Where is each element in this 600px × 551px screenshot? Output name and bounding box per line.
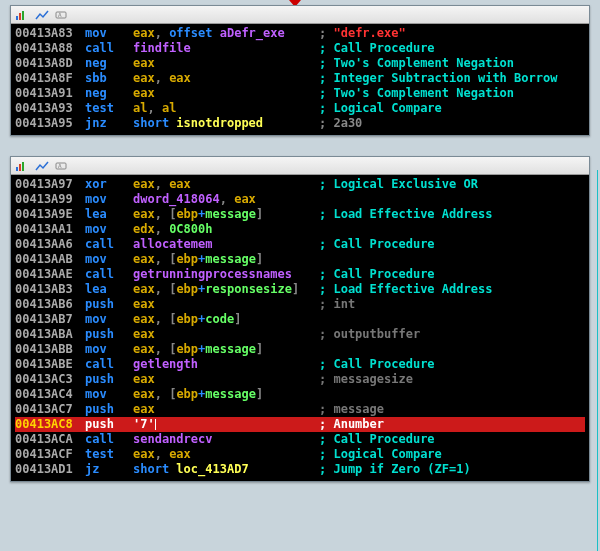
disasm-row[interactable]: 00413AC7pusheax; message [15,402,585,417]
token: ; [319,26,333,40]
disasm-row[interactable]: 00413AAEcallgetrunningprocessnames; Call… [15,267,585,282]
token: sendandrecv [133,432,212,446]
operands: getlength [133,357,319,372]
token: ; 2a30 [319,116,362,130]
comment [319,387,585,402]
disasm-row[interactable]: 00413ACFtesteax, eax; Logical Compare [15,447,585,462]
token: ebp [176,252,198,266]
disasm-row[interactable]: 00413ABEcallgetlength; Call Procedure [15,357,585,372]
operands: getrunningprocessnames [133,267,319,282]
comment: ; Two's Complement Negation [319,56,585,71]
comment: ; Logical Exclusive OR [319,177,585,192]
token: ; Call Procedure [319,41,435,55]
disasm-row[interactable]: 00413A88callfindfile; Call Procedure [15,41,585,56]
tag-icon[interactable]: A [55,160,69,172]
comment [319,342,585,357]
disasm-row[interactable]: 00413A8Dnegeax; Two's Complement Negatio… [15,56,585,71]
graph-icon[interactable] [35,160,49,172]
svg-rect-7 [22,162,24,171]
disasm-row[interactable]: 00413ABApusheax; outputbuffer [15,327,585,342]
comment: ; int [319,297,585,312]
disasm-row[interactable]: 00413ABBmoveax, [ebp+message] [15,342,585,357]
disasm-row[interactable]: 00413AABmoveax, [ebp+message] [15,252,585,267]
operands: dword_418064, eax [133,192,319,207]
token: eax [133,402,155,416]
disasm-row[interactable]: 00413A9Eleaeax, [ebp+message]; Load Effe… [15,207,585,222]
operands: '7' [133,417,319,432]
panel-titlebar[interactable]: A [11,157,589,175]
token: ; Load Effective Address [319,282,492,296]
token: ebp [176,282,198,296]
comment: ; Anumber [319,417,585,432]
token: , [ [155,387,177,401]
mnemonic: call [85,41,133,56]
token: aDefr_exe [220,26,285,40]
disasm-row[interactable]: 00413AC4moveax, [ebp+message] [15,387,585,402]
mnemonic: call [85,432,133,447]
chart-icon[interactable] [15,160,29,172]
panel-titlebar[interactable]: A [11,6,589,24]
disasm-row[interactable]: 00413AD1jzshort loc_413AD7; Jump if Zero… [15,462,585,477]
token: ] [256,252,263,266]
token: , [ [155,252,177,266]
token: ; Logical Exclusive OR [319,177,478,191]
address: 00413AD1 [15,462,85,477]
disasm-row[interactable]: 00413A99movdword_418064, eax [15,192,585,207]
token: ; message [319,402,384,416]
disasm-row[interactable]: 00413AB3leaeax, [ebp+responsesize]; Load… [15,282,585,297]
address: 00413ACA [15,432,85,447]
mnemonic: push [85,297,133,312]
token: , [ [155,342,177,356]
mnemonic: lea [85,207,133,222]
comment: ; messagesize [319,372,585,387]
token: eax [133,56,155,70]
graph-icon[interactable] [35,9,49,21]
disasm-row[interactable]: 00413AC3pusheax; messagesize [15,372,585,387]
operands: eax, eax [133,447,319,462]
token: , [ [155,207,177,221]
disasm-row[interactable]: 00413A93testal, al; Logical Compare [15,101,585,116]
token: , [155,447,169,461]
operands: eax, offset aDefr_exe [133,26,319,41]
svg-rect-2 [22,11,24,20]
disasm-row[interactable]: 00413AB6pusheax; int [15,297,585,312]
comment: ; 2a30 [319,116,585,131]
disasm-row[interactable]: 00413A97xoreax, eax; Logical Exclusive O… [15,177,585,192]
disasm-row[interactable]: 00413AB7moveax, [ebp+code] [15,312,585,327]
disasm-row[interactable]: 00413A83moveax, offset aDefr_exe; "defr.… [15,26,585,41]
token: ebp [176,387,198,401]
token: dword_418064 [133,192,220,206]
disasm-listing-bottom[interactable]: 00413A97xoreax, eax; Logical Exclusive O… [11,175,589,481]
disasm-row[interactable]: 00413A91negeax; Two's Complement Negatio… [15,86,585,101]
comment [319,252,585,267]
disasm-listing-top[interactable]: 00413A83moveax, offset aDefr_exe; "defr.… [11,24,589,135]
disasm-row[interactable]: 00413AA6callallocatemem; Call Procedure [15,237,585,252]
mnemonic: lea [85,282,133,297]
token: , [155,177,169,191]
mnemonic: jnz [85,116,133,131]
token: findfile [133,41,191,55]
disasm-row[interactable]: 00413AA1movedx, 0C800h [15,222,585,237]
token: , [147,101,161,115]
mnemonic: sbb [85,71,133,86]
mnemonic: call [85,357,133,372]
token: ] [234,312,241,326]
svg-rect-1 [19,13,21,20]
svg-text:A: A [58,162,62,169]
disasm-row[interactable]: 00413A95jnzshort isnotdropped; 2a30 [15,116,585,131]
token: eax [169,447,191,461]
chart-icon[interactable] [15,9,29,21]
token: ; Call Procedure [319,357,435,371]
operands: eax [133,56,319,71]
address: 00413ABE [15,357,85,372]
address: 00413A8F [15,71,85,86]
disasm-row[interactable]: 00413A8Fsbbeax, eax; Integer Subtraction… [15,71,585,86]
operands: eax, [ebp+responsesize] [133,282,319,297]
tag-icon[interactable]: A [55,9,69,21]
token: ; outputbuffer [319,327,420,341]
token: ; Jump if Zero (ZF=1) [319,462,471,476]
mnemonic: neg [85,86,133,101]
disasm-row[interactable]: 00413ACAcallsendandrecv; Call Procedure [15,432,585,447]
token: ] [256,387,263,401]
disasm-row[interactable]: 00413AC8push'7'; Anumber [15,417,585,432]
